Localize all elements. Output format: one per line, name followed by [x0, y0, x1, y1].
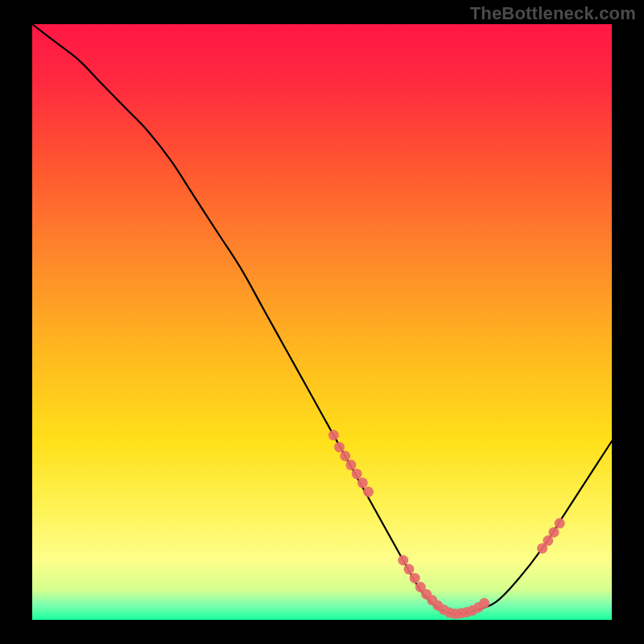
- sample-point: [363, 486, 374, 497]
- sample-point: [346, 460, 357, 470]
- sample-point: [404, 564, 415, 575]
- sample-point: [410, 573, 420, 584]
- plot-background: [32, 24, 612, 620]
- sample-point: [340, 451, 350, 461]
- sample-point: [328, 430, 339, 440]
- sample-point: [555, 518, 565, 529]
- sample-point: [352, 469, 362, 479]
- sample-point: [357, 477, 368, 488]
- sample-point: [398, 555, 408, 566]
- watermark-text: TheBottleneck.com: [470, 3, 636, 24]
- sample-point: [334, 442, 345, 452]
- sample-point: [479, 598, 489, 609]
- bottleneck-chart: [0, 0, 644, 644]
- sample-point: [549, 527, 559, 538]
- chart-stage: TheBottleneck.com: [0, 0, 644, 644]
